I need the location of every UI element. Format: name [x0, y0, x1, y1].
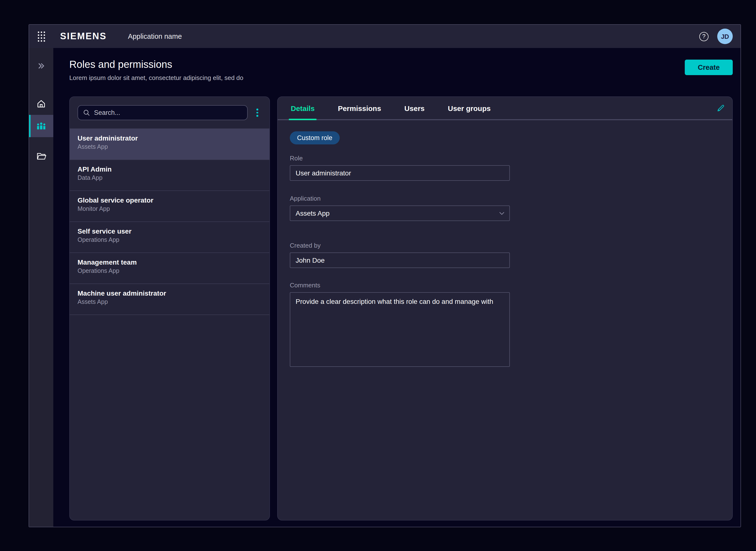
- folder-open-icon: [36, 151, 47, 161]
- role-item-app: Monitor App: [78, 205, 262, 212]
- search-input[interactable]: [94, 109, 242, 116]
- role-item-title: Management team: [78, 258, 262, 266]
- avatar[interactable]: JD: [717, 29, 733, 44]
- role-item-title: API Admin: [78, 165, 262, 173]
- role-list-item[interactable]: User administrator Assets App: [70, 129, 269, 160]
- created-by-input[interactable]: [290, 252, 510, 268]
- tab-permissions[interactable]: Permissions: [337, 97, 382, 119]
- app-launcher-icon[interactable]: [29, 31, 53, 41]
- role-details-panel: Details Permissions Users User groups: [277, 96, 733, 520]
- tab-user-groups[interactable]: User groups: [447, 97, 492, 119]
- comments-textarea[interactable]: Provide a clear description what this ro…: [290, 292, 510, 367]
- search-box[interactable]: [78, 105, 248, 120]
- role-input[interactable]: [290, 165, 510, 181]
- created-by-field-label: Created by: [290, 242, 510, 249]
- role-list-item[interactable]: Machine user administrator Assets App: [70, 284, 269, 315]
- help-icon[interactable]: ?: [699, 32, 709, 41]
- search-icon: [83, 109, 90, 116]
- role-item-title: Global service operator: [78, 196, 262, 204]
- sidebar-collapse-toggle[interactable]: [29, 55, 53, 77]
- page-subtitle: Lorem ipsum dolor sit amet, consectetur …: [69, 74, 243, 81]
- sidebar-item-roles[interactable]: [29, 115, 53, 137]
- grid-dots-icon: [38, 31, 45, 41]
- role-list-item[interactable]: Management team Operations App: [70, 253, 269, 284]
- role-item-title: Machine user administrator: [78, 289, 262, 297]
- role-list-item[interactable]: API Admin Data App: [70, 160, 269, 191]
- list-options-menu-icon[interactable]: [252, 109, 263, 117]
- role-item-app: Assets App: [78, 299, 262, 305]
- tab-users[interactable]: Users: [404, 97, 426, 119]
- page-title: Roles and permissions: [69, 59, 243, 70]
- main-content: Roles and permissions Lorem ipsum dolor …: [53, 48, 740, 527]
- application-field-label: Application: [290, 195, 510, 202]
- users-group-icon: [35, 120, 47, 132]
- role-field-label: Role: [290, 154, 510, 162]
- app-window: SIEMENS Application name ? JD: [29, 24, 741, 527]
- tab-details[interactable]: Details: [290, 97, 315, 119]
- role-item-title: User administrator: [78, 134, 262, 142]
- tab-bar: Details Permissions Users User groups: [278, 97, 732, 120]
- role-list-item[interactable]: Global service operator Monitor App: [70, 191, 269, 222]
- role-item-app: Assets App: [78, 143, 262, 150]
- custom-role-badge: Custom role: [290, 131, 340, 144]
- double-chevron-right-icon: [36, 61, 46, 71]
- create-button[interactable]: Create: [685, 60, 733, 75]
- roles-list-panel: User administrator Assets App API Admin …: [69, 96, 270, 520]
- role-item-title: Self service user: [78, 227, 262, 235]
- siemens-logo: SIEMENS: [60, 31, 107, 42]
- application-select-value[interactable]: [290, 205, 510, 221]
- role-list-item[interactable]: Self service user Operations App: [70, 222, 269, 253]
- role-item-app: Operations App: [78, 236, 262, 243]
- role-item-app: Operations App: [78, 267, 262, 274]
- role-item-app: Data App: [78, 174, 262, 181]
- application-name: Application name: [128, 32, 182, 40]
- edit-role-button[interactable]: [716, 97, 725, 119]
- pencil-icon: [716, 103, 725, 113]
- sidebar: [29, 48, 53, 527]
- home-icon: [36, 98, 47, 109]
- sidebar-item-files[interactable]: [29, 145, 53, 167]
- role-list: User administrator Assets App API Admin …: [70, 129, 269, 520]
- comments-field-label: Comments: [290, 282, 510, 289]
- top-bar: SIEMENS Application name ? JD: [29, 25, 740, 48]
- application-select[interactable]: [290, 205, 510, 221]
- sidebar-item-home[interactable]: [29, 93, 53, 115]
